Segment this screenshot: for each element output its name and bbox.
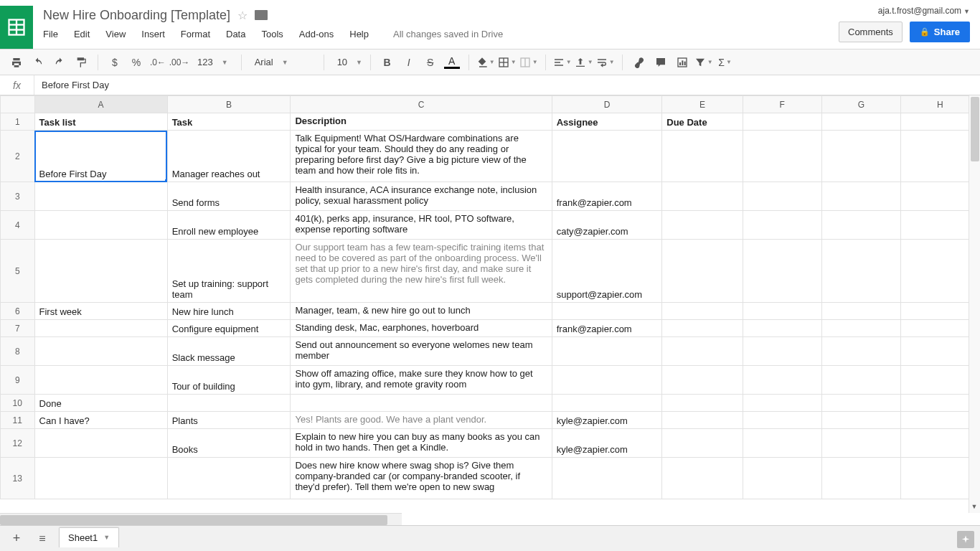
row-header-9[interactable]: 9: [1, 366, 35, 395]
font-family-select[interactable]: Arial▼: [249, 57, 316, 67]
cell-H5[interactable]: [900, 240, 979, 303]
menu-file[interactable]: File: [43, 29, 58, 39]
sheet-tab[interactable]: Sheet1▼: [59, 527, 119, 547]
insert-comment-icon[interactable]: [651, 53, 670, 72]
cell-B8[interactable]: Slack message: [167, 337, 291, 366]
cell-C9[interactable]: Show off amazing office, make sure they …: [291, 366, 552, 395]
decrease-decimal-icon[interactable]: .0←: [149, 53, 167, 72]
percent-icon[interactable]: %: [127, 53, 146, 72]
col-header-F[interactable]: F: [743, 96, 821, 113]
currency-icon[interactable]: $: [105, 53, 124, 72]
cell-C5[interactable]: Our support team has a few team-specific…: [291, 240, 552, 303]
add-sheet-button[interactable]: +: [7, 529, 26, 548]
cell-F12[interactable]: [743, 429, 821, 458]
folder-icon[interactable]: [255, 10, 268, 20]
vertical-align-icon[interactable]: ▼: [575, 53, 593, 72]
cell-D4[interactable]: caty@zapier.com: [552, 211, 662, 240]
cell-H2[interactable]: [900, 131, 979, 182]
cell-D9[interactable]: [552, 366, 662, 395]
cell-B3[interactable]: Send forms: [167, 182, 291, 211]
insert-chart-icon[interactable]: [673, 53, 692, 72]
cell-C7[interactable]: Standing desk, Mac, earphones, hoverboar…: [291, 320, 552, 337]
cell-A3[interactable]: [34, 182, 167, 211]
font-size-select[interactable]: 10▼: [331, 57, 363, 67]
redo-icon[interactable]: [50, 53, 69, 72]
print-icon[interactable]: [7, 53, 26, 72]
cell-B9[interactable]: Tour of building: [167, 366, 291, 395]
cell-H9[interactable]: [900, 366, 979, 395]
menu-help[interactable]: Help: [349, 29, 369, 39]
row-header-3[interactable]: 3: [1, 182, 35, 211]
italic-icon[interactable]: I: [400, 53, 418, 72]
cell-H8[interactable]: [900, 337, 979, 366]
cell-B6[interactable]: New hire lunch: [167, 303, 291, 320]
row-header-11[interactable]: 11: [1, 412, 35, 429]
menu-addons[interactable]: Add-ons: [299, 29, 334, 39]
cell-H1[interactable]: [900, 113, 979, 131]
cell-D7[interactable]: frank@zapier.com: [552, 320, 662, 337]
increase-decimal-icon[interactable]: .00→: [170, 53, 189, 72]
paint-format-icon[interactable]: [72, 53, 90, 72]
cell-H4[interactable]: [900, 211, 979, 240]
cell-G2[interactable]: [821, 131, 900, 182]
cell-G1[interactable]: [821, 113, 900, 131]
cell-B7[interactable]: Configure equipment: [167, 320, 291, 337]
cell-D13[interactable]: [552, 458, 662, 499]
cell-C11[interactable]: Yes! Plants are good. We have a plant ve…: [291, 412, 552, 429]
share-button[interactable]: 🔒Share: [910, 22, 970, 42]
cell-B10[interactable]: [167, 395, 291, 412]
cell-G6[interactable]: [821, 303, 900, 320]
sheets-logo[interactable]: [0, 6, 33, 49]
cell-B2[interactable]: Manager reaches out: [167, 131, 291, 182]
cell-H12[interactable]: [900, 429, 979, 458]
row-header-4[interactable]: 4: [1, 211, 35, 240]
cell-H3[interactable]: [900, 182, 979, 211]
cell-E12[interactable]: [662, 429, 743, 458]
cell-A1[interactable]: Task list: [34, 113, 167, 131]
cell-H6[interactable]: [900, 303, 979, 320]
cell-A4[interactable]: [34, 211, 167, 240]
row-header-13[interactable]: 13: [1, 458, 35, 499]
cell-A9[interactable]: [34, 366, 167, 395]
cell-E11[interactable]: [662, 412, 743, 429]
cell-D12[interactable]: kyle@zapier.com: [552, 429, 662, 458]
borders-icon[interactable]: ▼: [498, 53, 517, 72]
menu-edit[interactable]: Edit: [74, 29, 90, 39]
insert-link-icon[interactable]: [630, 53, 649, 72]
cell-D1[interactable]: Assignee: [552, 113, 662, 131]
document-title[interactable]: New Hire Onboarding [Template]: [43, 8, 230, 23]
cell-H7[interactable]: [900, 320, 979, 337]
cell-E1[interactable]: Due Date: [662, 113, 743, 131]
menu-view[interactable]: View: [105, 29, 126, 39]
horizontal-align-icon[interactable]: ▼: [553, 53, 572, 72]
menu-insert[interactable]: Insert: [141, 29, 165, 39]
row-header-8[interactable]: 8: [1, 337, 35, 366]
cell-D8[interactable]: [552, 337, 662, 366]
text-color-icon[interactable]: A: [443, 53, 461, 72]
cell-E7[interactable]: [662, 320, 743, 337]
row-header-5[interactable]: 5: [1, 240, 35, 303]
cell-D5[interactable]: support@zapier.com: [552, 240, 662, 303]
fill-color-icon[interactable]: ▼: [476, 53, 495, 72]
cell-C13[interactable]: Does new hire know where swag shop is? G…: [291, 458, 552, 499]
cell-C10[interactable]: [291, 395, 552, 412]
merge-cells-icon[interactable]: ▼: [519, 53, 538, 72]
col-header-D[interactable]: D: [552, 96, 662, 113]
cell-A6[interactable]: First week: [34, 303, 167, 320]
cell-A8[interactable]: [34, 337, 167, 366]
row-header-1[interactable]: 1: [1, 113, 35, 131]
cell-G10[interactable]: [821, 395, 900, 412]
menu-format[interactable]: Format: [181, 29, 210, 39]
cell-B4[interactable]: Enroll new employee: [167, 211, 291, 240]
cell-B11[interactable]: Plants: [167, 412, 291, 429]
cell-A13[interactable]: [34, 458, 167, 499]
cell-F1[interactable]: [743, 113, 821, 131]
cell-G11[interactable]: [821, 412, 900, 429]
cell-F5[interactable]: [743, 240, 821, 303]
col-header-E[interactable]: E: [662, 96, 743, 113]
cell-F8[interactable]: [743, 337, 821, 366]
cell-C12[interactable]: Explain to new hire you can buy as many …: [291, 429, 552, 458]
cell-F11[interactable]: [743, 412, 821, 429]
cell-C6[interactable]: Manager, team, & new hire go out to lunc…: [291, 303, 552, 320]
cell-D6[interactable]: [552, 303, 662, 320]
